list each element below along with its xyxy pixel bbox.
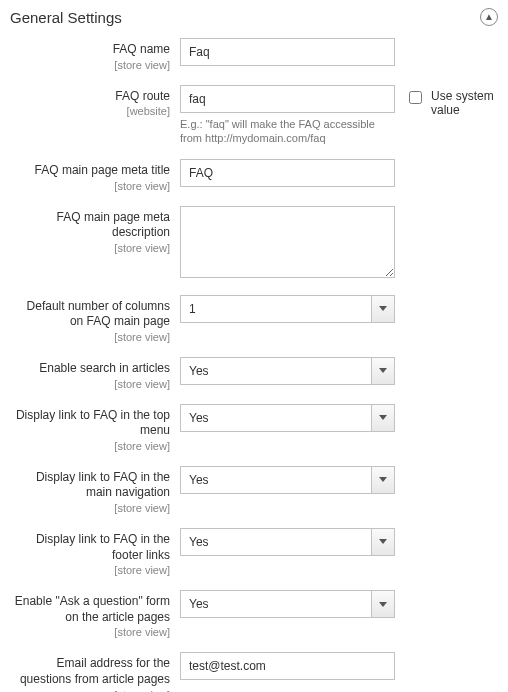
- email-input[interactable]: [180, 652, 395, 680]
- field-link-top: Display link to FAQ in the top menu [sto…: [10, 404, 498, 452]
- scope: [store view]: [10, 378, 170, 390]
- label-col: Enable search in articles [store view]: [10, 357, 180, 390]
- use-system-checkbox[interactable]: [409, 91, 422, 104]
- scope: [website]: [10, 105, 170, 117]
- scope: [store view]: [10, 564, 170, 576]
- control-col: 1: [180, 295, 395, 323]
- link-top-select[interactable]: Yes: [180, 404, 395, 432]
- control-col: [180, 159, 395, 187]
- field-faq-name: FAQ name [store view]: [10, 38, 498, 71]
- control-col: [180, 206, 395, 281]
- scope: [store view]: [10, 59, 170, 71]
- scope: [store view]: [10, 626, 170, 638]
- use-system-value-route[interactable]: Use system value: [405, 89, 498, 117]
- control-col: [180, 38, 395, 66]
- columns-select[interactable]: 1: [180, 295, 395, 323]
- label-col: Display link to FAQ in the main navigati…: [10, 466, 180, 514]
- label-col: Display link to FAQ in the footer links …: [10, 528, 180, 576]
- chevron-down-icon: [371, 590, 395, 618]
- label-col: FAQ route [website]: [10, 85, 180, 118]
- enable-search-select[interactable]: Yes: [180, 357, 395, 385]
- field-meta-desc: FAQ main page meta description [store vi…: [10, 206, 498, 281]
- label: Enable "Ask a question" form on the arti…: [10, 594, 170, 625]
- label: Display link to FAQ in the footer links: [10, 532, 170, 563]
- chevron-down-icon: [371, 404, 395, 432]
- chevron-down-icon: [371, 528, 395, 556]
- chevron-down-icon: [371, 295, 395, 323]
- field-faq-route: FAQ route [website] E.g.: "faq" will mak…: [10, 85, 498, 146]
- link-nav-select[interactable]: Yes: [180, 466, 395, 494]
- faq-route-input[interactable]: [180, 85, 395, 113]
- label: Email address for the questions from art…: [10, 656, 170, 687]
- control-col: Yes: [180, 528, 395, 556]
- control-col: Yes: [180, 466, 395, 494]
- use-system-label: Use system value: [431, 89, 498, 117]
- field-enable-search: Enable search in articles [store view] Y…: [10, 357, 498, 390]
- field-columns: Default number of columns on FAQ main pa…: [10, 295, 498, 343]
- link-footer-select[interactable]: Yes: [180, 528, 395, 556]
- label: Display link to FAQ in the top menu: [10, 408, 170, 439]
- label-col: FAQ name [store view]: [10, 38, 180, 71]
- ask-question-select[interactable]: Yes: [180, 590, 395, 618]
- collapse-toggle[interactable]: ▲: [480, 8, 498, 26]
- label: Default number of columns on FAQ main pa…: [10, 299, 170, 330]
- control-col: Yes: [180, 357, 395, 385]
- chevron-down-icon: [371, 357, 395, 385]
- field-ask-question: Enable "Ask a question" form on the arti…: [10, 590, 498, 638]
- field-link-footer: Display link to FAQ in the footer links …: [10, 528, 498, 576]
- chevron-up-icon: ▲: [484, 12, 494, 22]
- columns-value: 1: [180, 295, 395, 323]
- label: Display link to FAQ in the main navigati…: [10, 470, 170, 501]
- ask-question-value: Yes: [180, 590, 395, 618]
- control-col: [180, 652, 395, 680]
- scope: [store view]: [10, 331, 170, 343]
- section-header: General Settings ▲: [10, 6, 498, 38]
- general-settings-section: General Settings ▲ FAQ name [store view]…: [0, 0, 508, 692]
- chevron-down-icon: [371, 466, 395, 494]
- control-col: Yes: [180, 590, 395, 618]
- scope: [store view]: [10, 242, 170, 254]
- field-email: Email address for the questions from art…: [10, 652, 498, 692]
- label: FAQ route: [10, 89, 170, 105]
- section-title: General Settings: [10, 9, 122, 26]
- scope: [store view]: [10, 502, 170, 514]
- meta-title-input[interactable]: [180, 159, 395, 187]
- label: FAQ main page meta description: [10, 210, 170, 241]
- scope: [store view]: [10, 440, 170, 452]
- link-nav-value: Yes: [180, 466, 395, 494]
- field-link-nav: Display link to FAQ in the main navigati…: [10, 466, 498, 514]
- scope: [store view]: [10, 689, 170, 693]
- label: Enable search in articles: [10, 361, 170, 377]
- control-col: E.g.: "faq" will make the FAQ accessible…: [180, 85, 395, 146]
- faq-name-input[interactable]: [180, 38, 395, 66]
- label-col: Email address for the questions from art…: [10, 652, 180, 692]
- link-footer-value: Yes: [180, 528, 395, 556]
- label-col: FAQ main page meta title [store view]: [10, 159, 180, 192]
- link-top-value: Yes: [180, 404, 395, 432]
- faq-route-hint: E.g.: "faq" will make the FAQ accessible…: [180, 117, 395, 146]
- enable-search-value: Yes: [180, 357, 395, 385]
- label-col: Display link to FAQ in the top menu [sto…: [10, 404, 180, 452]
- scope: [store view]: [10, 180, 170, 192]
- field-meta-title: FAQ main page meta title [store view]: [10, 159, 498, 192]
- label-col: Enable "Ask a question" form on the arti…: [10, 590, 180, 638]
- meta-desc-textarea[interactable]: [180, 206, 395, 278]
- label-col: FAQ main page meta description [store vi…: [10, 206, 180, 254]
- label-col: Default number of columns on FAQ main pa…: [10, 295, 180, 343]
- control-col: Yes: [180, 404, 395, 432]
- label: FAQ main page meta title: [10, 163, 170, 179]
- label: FAQ name: [10, 42, 170, 58]
